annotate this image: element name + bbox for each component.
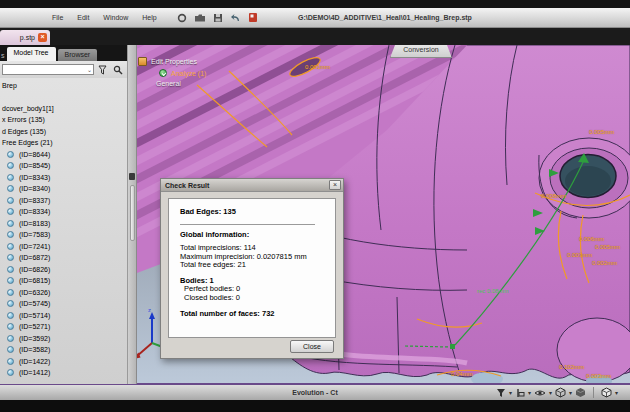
measurement-annotation: 0.003mm <box>586 373 611 379</box>
measurement-annotation: 0.005mm <box>595 244 620 250</box>
dialog-title: Check Result <box>165 182 329 189</box>
general-label[interactable]: General <box>156 80 181 87</box>
eye-icon[interactable] <box>534 388 546 398</box>
edge-node-icon <box>7 323 14 330</box>
tree-item-id-7583[interactable]: (ID=7583) <box>0 229 127 241</box>
view-cube-icon[interactable] <box>601 387 612 398</box>
edit-properties-label[interactable]: Edit Properties <box>151 58 197 65</box>
tree-item-id-1412[interactable]: (ID=1412) <box>0 367 127 379</box>
edge-node-icon <box>7 346 14 353</box>
app-window: FileEditWindowHelp G:\DEMO\4D_ADDITIVE\1… <box>0 0 630 412</box>
model-tree: Brep dcover_body1[1] x Errors (135) d Ed… <box>0 78 127 384</box>
tree-item-id-8334[interactable]: (ID=8334) <box>0 206 127 218</box>
window-bottom-strip <box>0 400 630 412</box>
pin-icon[interactable] <box>515 388 525 398</box>
tree-item-id-8337[interactable]: (ID=8337) <box>0 195 127 207</box>
splitter-handle[interactable] <box>130 185 135 241</box>
open-folder-icon[interactable] <box>194 13 206 23</box>
panel-splitter[interactable] <box>128 45 137 384</box>
tree-item-id-7241[interactable]: (ID=7241) <box>0 241 127 253</box>
menu-file[interactable]: File <box>52 14 63 21</box>
edge-node-icon <box>7 220 14 227</box>
edge-node-icon <box>7 231 14 238</box>
document-tab[interactable]: p.stp × <box>0 30 50 45</box>
edge-node-icon <box>7 151 14 158</box>
tree-item-id-8343[interactable]: (ID=8343) <box>0 172 127 184</box>
chevron-down-icon[interactable]: ▾ <box>569 389 572 396</box>
tree-item-id-3592[interactable]: (ID=3592) <box>0 333 127 345</box>
edit-properties-icon[interactable] <box>138 57 147 66</box>
chevron-down-icon[interactable]: ⌄ <box>87 66 93 73</box>
dialog-title-bar[interactable]: Check Result × <box>161 179 343 192</box>
edge-node-icon <box>7 277 14 284</box>
edge-node-icon <box>7 369 14 376</box>
chevron-down-icon[interactable]: ▾ <box>615 389 618 396</box>
tab-browser[interactable]: Browser <box>58 49 98 61</box>
menu-edit[interactable]: Edit <box>77 14 89 21</box>
search-icon <box>113 65 123 75</box>
tree-item-id-8545[interactable]: (ID=8545) <box>0 160 127 172</box>
filter-button[interactable] <box>96 63 109 76</box>
options-icon[interactable] <box>177 13 187 23</box>
close-tab-icon[interactable]: × <box>38 33 47 42</box>
tab-overflow-label: s <box>0 52 7 61</box>
tree-item-errors[interactable]: x Errors (135) <box>0 114 127 126</box>
closed-bodies-line: Closed bodies: 0 <box>180 294 324 303</box>
tree-item-id-8183[interactable]: (ID=8183) <box>0 218 127 230</box>
document-tab-bar: p.stp × <box>0 28 630 45</box>
status-bar: Evolution - Ct ▾ ▾ ▾ ▾ ▾ <box>0 384 630 400</box>
edge-node-icon <box>7 312 14 319</box>
search-button[interactable] <box>111 63 124 76</box>
tree-item-id-1422[interactable]: (ID=1422) <box>0 356 127 368</box>
edge-node-icon <box>7 197 14 204</box>
tree-search-row: ⌄ <box>0 61 127 78</box>
edge-node-icon <box>7 335 14 342</box>
tree-item-id-5714[interactable]: (ID=5714) <box>0 310 127 322</box>
edge-node-icon <box>7 174 14 181</box>
chevron-down-icon[interactable]: ▾ <box>549 389 552 396</box>
solid-cube-icon[interactable] <box>575 387 586 398</box>
panel-tab-bar: s Model Tree Browser <box>0 45 127 61</box>
splitter-collapse-icon[interactable] <box>129 173 135 180</box>
tab-model-tree[interactable]: Model Tree <box>7 47 56 61</box>
filter-icon <box>98 65 107 75</box>
save-icon[interactable] <box>213 13 223 23</box>
tree-item-id-8340[interactable]: (ID=8340) <box>0 183 127 195</box>
edge-node-icon <box>7 162 14 169</box>
dialog-content: Bad Edges: 135 Global information: Total… <box>168 198 336 338</box>
conversion-tab[interactable]: Conversion <box>390 45 452 58</box>
menu-window[interactable]: Window <box>103 14 128 21</box>
tree-item-bad-edges[interactable]: d Edges (135) <box>0 126 127 138</box>
analyze-label[interactable]: Analyze (1) <box>171 70 206 77</box>
total-free-edges-line: Total free edges: 21 <box>180 261 324 270</box>
render-mode-icon[interactable] <box>555 387 566 398</box>
tree-item-id-3582[interactable]: (ID=3582) <box>0 344 127 356</box>
chevron-down-icon[interactable]: ▾ <box>509 389 512 396</box>
tree-item-root[interactable]: Brep <box>0 80 127 92</box>
edge-node-icon <box>7 254 14 261</box>
chevron-down-icon[interactable]: ▾ <box>528 389 531 396</box>
check-success-icon <box>159 69 167 77</box>
filter-icon[interactable] <box>496 388 506 398</box>
tree-item-id-6815[interactable]: (ID=6815) <box>0 275 127 287</box>
close-button[interactable]: Close <box>290 340 334 353</box>
measurement-annotation: z <box>148 307 151 313</box>
undo-icon[interactable] <box>230 13 241 23</box>
tree-item-id-5745[interactable]: (ID=5745) <box>0 298 127 310</box>
dialog-close-icon[interactable]: × <box>329 180 341 190</box>
total-faces-line: Total number of faces: 732 <box>180 310 324 319</box>
tree-item-id-6326[interactable]: (ID=6326) <box>0 287 127 299</box>
tree-item-id-6826[interactable]: (ID=6826) <box>0 264 127 276</box>
tree-item-free-edges[interactable]: Free Edges (21) <box>0 137 127 149</box>
document-tab-label: p.stp <box>20 34 35 41</box>
search-input[interactable]: ⌄ <box>2 64 94 75</box>
viewport-3d[interactable]: 0.001mm0.005mm0.008mm0.006mm0.005mm0.003… <box>137 45 630 384</box>
tree-item-id-5271[interactable]: (ID=5271) <box>0 321 127 333</box>
tree-item-id-6872[interactable]: (ID=6872) <box>0 252 127 264</box>
window-top-strip <box>0 0 630 8</box>
measurement-annotation: 0.006mm <box>579 236 604 242</box>
tree-item-id-8644[interactable]: (ID=8644) <box>0 149 127 161</box>
menu-help[interactable]: Help <box>142 14 156 21</box>
tree-item-body[interactable]: dcover_body1[1] <box>0 103 127 115</box>
session-log-icon[interactable] <box>248 12 258 23</box>
